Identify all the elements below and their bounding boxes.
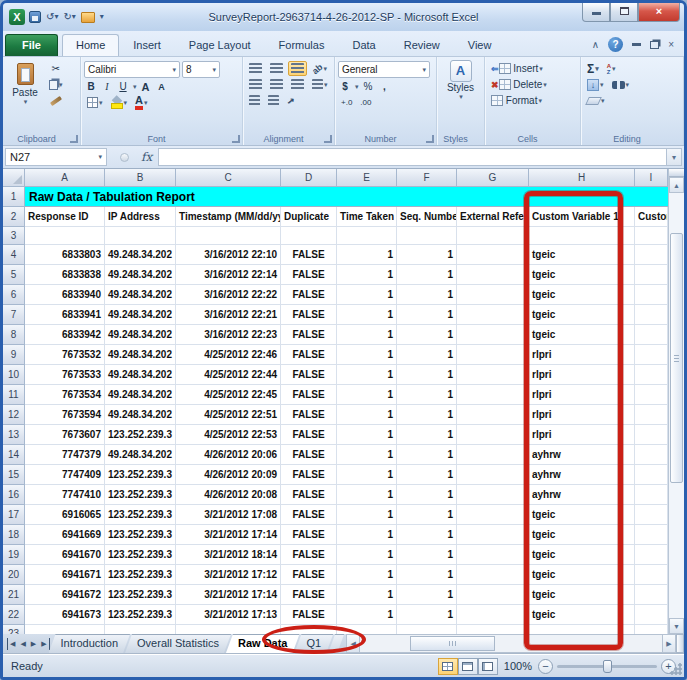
cell[interactable]: 1 [337,265,397,285]
paste-dropdown-icon[interactable]: ▾ [24,98,28,106]
row-header[interactable]: 2 [3,207,25,227]
cell[interactable]: 3/16/2012 22:21 [176,305,281,325]
cell[interactable]: 49.248.34.202 [105,345,176,365]
cell[interactable]: 1 [397,565,457,585]
cell[interactable]: FALSE [281,365,337,385]
row-header[interactable]: 16 [3,485,25,505]
cell[interactable] [529,625,635,634]
cell[interactable]: ayhrw [529,485,635,505]
cell[interactable] [635,545,668,565]
cell[interactable]: 123.252.239.3 [105,505,176,525]
shrink-font-button[interactable]: A [155,79,169,94]
cell[interactable]: 3/16/2012 22:22 [176,285,281,305]
row-header[interactable]: 20 [3,565,25,585]
cell[interactable]: rlpri [529,425,635,445]
cell[interactable]: 7673594 [25,405,105,425]
align-top-button[interactable] [246,61,265,76]
cell[interactable]: 4/25/2012 22:46 [176,345,281,365]
cell[interactable]: 7673534 [25,385,105,405]
cell[interactable]: tgeic [529,585,635,605]
cell[interactable]: FALSE [281,425,337,445]
cell[interactable]: rlpri [529,405,635,425]
font-color-button[interactable]: A▾ [132,95,150,110]
column-title-cell[interactable]: Response ID [25,207,105,227]
column-header-B[interactable]: B [105,169,176,187]
find-select-button[interactable]: ▾ [609,77,633,92]
insert-cells-button[interactable]: ⇐ Insert▾ [488,61,546,76]
cell[interactable]: 49.248.34.202 [105,285,176,305]
row-header[interactable]: 19 [3,545,25,565]
cell[interactable]: 123.252.239.3 [105,545,176,565]
ribbon-tab-review[interactable]: Review [390,34,454,56]
cell[interactable] [457,525,529,545]
cell[interactable]: tgeic [529,525,635,545]
cell[interactable]: 1 [337,345,397,365]
cell[interactable]: 6833838 [25,265,105,285]
cell[interactable] [635,345,668,365]
cell[interactable] [105,227,176,245]
cell[interactable]: 1 [397,305,457,325]
excel-logo-icon[interactable]: X [9,9,25,25]
sheet-title-cell[interactable]: Raw Data / Tabulation Report [25,187,668,207]
cell[interactable]: 1 [337,505,397,525]
undo-dropdown-icon[interactable]: ▾ [54,10,58,24]
styles-button[interactable]: A Styles ▾ [440,60,481,101]
ribbon-tab-file[interactable]: File [5,34,58,56]
cell[interactable] [635,405,668,425]
cell[interactable]: 3/21/2012 17:12 [176,565,281,585]
cell[interactable]: 1 [337,325,397,345]
row-header[interactable]: 14 [3,445,25,465]
cell[interactable] [635,485,668,505]
cell[interactable]: FALSE [281,485,337,505]
ribbon-tab-formulas[interactable]: Formulas [265,34,339,56]
column-header-G[interactable]: G [457,169,529,187]
cell[interactable] [635,585,668,605]
cell[interactable] [635,305,668,325]
vertical-scroll-thumb[interactable] [670,233,683,483]
cell[interactable] [176,625,281,634]
cell[interactable]: 1 [397,385,457,405]
page-break-view-button[interactable] [478,658,498,675]
cell[interactable]: 1 [397,325,457,345]
cell[interactable]: 1 [397,345,457,365]
row-header[interactable]: 12 [3,405,25,425]
last-sheet-icon[interactable]: ▶ [39,638,49,650]
cell[interactable] [635,227,668,245]
cell[interactable]: 1 [337,545,397,565]
cell[interactable]: 6916065 [25,505,105,525]
workbook-close-icon[interactable]: × [668,39,674,50]
cell[interactable] [457,485,529,505]
sheet-tab-overall-statistics[interactable]: Overall Statistics [125,634,231,653]
undo-button[interactable]: ↺▾ [45,10,59,24]
cell[interactable]: 3/16/2012 22:14 [176,265,281,285]
cell[interactable] [635,625,668,634]
font-name-select[interactable]: Calibri▾ [84,61,180,78]
row-header[interactable]: 8 [3,325,25,345]
scroll-down-icon[interactable]: ▼ [669,618,684,634]
cell[interactable]: rlpri [529,345,635,365]
font-size-select[interactable]: 8▾ [182,61,220,78]
cell[interactable] [457,425,529,445]
cell[interactable]: 1 [397,485,457,505]
cell[interactable]: FALSE [281,345,337,365]
format-painter-button[interactable] [46,93,66,108]
cell[interactable]: 1 [397,505,457,525]
underline-button[interactable]: U [116,79,130,94]
cell[interactable]: 6833942 [25,325,105,345]
cell[interactable] [635,365,668,385]
scroll-right-icon[interactable]: ▶ [662,634,676,653]
cell[interactable] [25,625,105,634]
cell[interactable] [457,265,529,285]
cell[interactable]: 3/21/2012 17:08 [176,505,281,525]
cell[interactable] [457,345,529,365]
row-header[interactable]: 23 [3,625,25,634]
cell[interactable]: 1 [337,385,397,405]
cell[interactable] [457,305,529,325]
cell[interactable]: 6941670 [25,545,105,565]
ribbon-tab-page-layout[interactable]: Page Layout [175,34,265,56]
cell[interactable]: 49.248.34.202 [105,365,176,385]
cell[interactable]: 7747410 [25,485,105,505]
row-header[interactable]: 7 [3,305,25,325]
cell[interactable]: 1 [337,245,397,265]
cell[interactable]: 1 [337,565,397,585]
